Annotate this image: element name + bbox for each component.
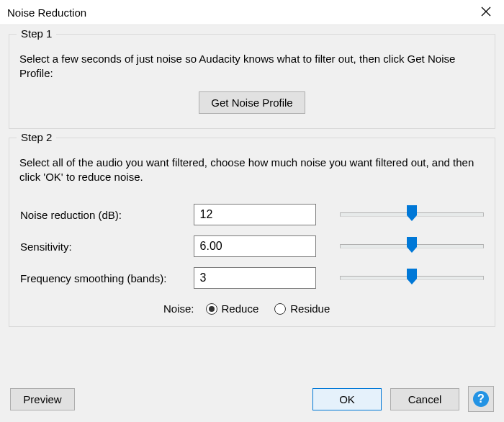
preview-button[interactable]: Preview [10, 388, 75, 410]
cancel-button[interactable]: Cancel [390, 388, 459, 410]
radio-circle-icon [206, 303, 217, 315]
radio-reduce[interactable]: Reduce [206, 302, 259, 315]
step2-group: Step 2 Select all of the audio you want … [9, 138, 495, 328]
radio-reduce-label: Reduce [222, 302, 259, 315]
svg-text:?: ? [477, 392, 485, 405]
step1-group: Step 1 Select a few seconds of just nois… [9, 34, 495, 129]
ok-button[interactable]: OK [312, 388, 382, 410]
noise-reduction-label: Noise reduction (dB): [19, 203, 193, 226]
noise-mode-label: Noise: [163, 302, 194, 315]
radio-circle-icon [274, 303, 286, 315]
row-noise-reduction: Noise reduction (dB): [19, 203, 485, 226]
get-noise-profile-button[interactable]: Get Noise Profile [199, 91, 305, 114]
help-icon: ? [472, 390, 490, 408]
close-icon [481, 5, 491, 19]
client-area: Step 1 Select a few seconds of just nois… [0, 24, 504, 422]
step1-legend: Step 1 [17, 27, 56, 40]
window-title: Noise Reduction [7, 6, 86, 19]
footer: Preview OK Cancel ? [9, 386, 495, 413]
slider-thumb-icon [406, 268, 418, 284]
radio-residue-label: Residue [290, 302, 330, 315]
slider-thumb-icon [406, 236, 418, 252]
sensitivity-input[interactable] [194, 235, 316, 257]
close-button[interactable] [477, 3, 495, 22]
help-button[interactable]: ? [468, 386, 494, 412]
row-freq-smoothing: Frequency smoothing (bands): [19, 266, 485, 289]
noise-reduction-input[interactable] [194, 204, 316, 225]
noise-mode-row: Noise: Reduce Residue [19, 302, 485, 315]
slider-thumb-icon [406, 205, 418, 220]
step2-legend: Step 2 [17, 131, 56, 143]
freq-smoothing-slider[interactable] [340, 268, 484, 288]
titlebar: Noise Reduction [0, 0, 504, 24]
row-sensitivity: Sensitivity: [19, 235, 485, 258]
radio-residue[interactable]: Residue [274, 302, 330, 315]
step2-instruction: Select all of the audio you want filtere… [19, 156, 485, 185]
sensitivity-slider[interactable] [340, 236, 484, 256]
sensitivity-label: Sensitivity: [19, 235, 193, 258]
noise-reduction-slider[interactable] [340, 205, 484, 225]
freq-smoothing-input[interactable] [194, 267, 316, 289]
controls-table: Noise reduction (dB): [19, 194, 485, 298]
step1-instruction: Select a few seconds of just noise so Au… [19, 52, 485, 81]
freq-smoothing-label: Frequency smoothing (bands): [19, 266, 193, 289]
